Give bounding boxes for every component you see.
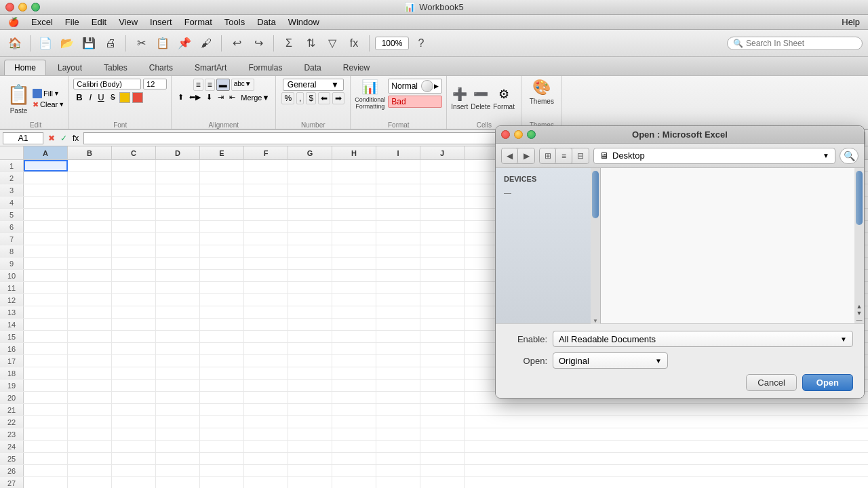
cell-F9[interactable] — [244, 258, 288, 269]
cell-I2[interactable] — [376, 172, 420, 184]
cell-B11[interactable] — [68, 282, 112, 293]
cell-H27[interactable] — [332, 477, 376, 488]
cell-C22[interactable] — [112, 416, 156, 428]
cell-D4[interactable] — [156, 197, 200, 208]
cell-D5[interactable] — [156, 209, 200, 220]
cell-E15[interactable] — [200, 331, 244, 342]
cell-D17[interactable] — [156, 355, 200, 367]
cell-J8[interactable] — [420, 245, 465, 257]
cell-E4[interactable] — [200, 197, 244, 208]
cell-I7[interactable] — [376, 233, 420, 245]
cell-J11[interactable] — [420, 282, 465, 293]
cell-A23[interactable] — [24, 428, 68, 440]
cell-E20[interactable] — [200, 392, 244, 403]
cell-I24[interactable] — [376, 441, 420, 452]
cell-G12[interactable] — [288, 294, 332, 306]
insert-rows-icon[interactable]: ➕ — [452, 87, 467, 102]
cell-C17[interactable] — [112, 355, 156, 367]
cell-A10[interactable] — [24, 270, 68, 281]
search-box[interactable]: 🔍 — [727, 37, 863, 50]
sidebar-scroll-thumb[interactable] — [592, 171, 599, 218]
cell-H17[interactable] — [332, 355, 376, 367]
cell-A24[interactable] — [24, 441, 68, 452]
cell-F16[interactable] — [244, 343, 288, 354]
table-row[interactable]: 24 — [0, 441, 868, 453]
cell-C27[interactable] — [112, 477, 156, 488]
cell-A21[interactable] — [24, 404, 68, 415]
home-btn[interactable]: 🏠 — [5, 34, 24, 53]
cell-F25[interactable] — [244, 453, 288, 464]
cell-C16[interactable] — [112, 343, 156, 354]
delete-rows-icon[interactable]: ➖ — [473, 87, 488, 102]
cell-I11[interactable] — [376, 282, 420, 293]
cell-D23[interactable] — [156, 428, 200, 440]
cell-G22[interactable] — [288, 416, 332, 428]
cell-J14[interactable] — [420, 319, 465, 330]
cell-J25[interactable] — [420, 453, 465, 464]
sidebar-device-item[interactable]: — — [496, 186, 600, 199]
cell-C19[interactable] — [112, 380, 156, 391]
cell-D15[interactable] — [156, 331, 200, 342]
cell-I15[interactable] — [376, 331, 420, 342]
font-name-dropdown[interactable]: Calibri (Body) — [73, 79, 141, 89]
indent-button[interactable]: ⇥ — [216, 92, 226, 102]
list-view-button[interactable]: ≡ — [556, 148, 572, 163]
currency-button[interactable]: $ — [306, 92, 316, 104]
forward-button[interactable]: ▶ — [518, 148, 534, 163]
cell-G8[interactable] — [288, 245, 332, 257]
cell-D18[interactable] — [156, 367, 200, 379]
increase-decimal-button[interactable]: ➡ — [332, 92, 344, 104]
cell-J27[interactable] — [420, 477, 465, 488]
cell-C3[interactable] — [112, 184, 156, 196]
cell-I16[interactable] — [376, 343, 420, 354]
cell-H25[interactable] — [332, 453, 376, 464]
menu-help[interactable]: Help — [836, 16, 865, 28]
dialog-search-button[interactable]: 🔍 — [840, 148, 859, 164]
conditional-formatting-icon[interactable]: 📊 — [361, 79, 378, 95]
cell-B9[interactable] — [68, 258, 112, 269]
cell-F21[interactable] — [244, 404, 288, 415]
cell-A19[interactable] — [24, 380, 68, 391]
col-header-J[interactable]: J — [420, 146, 465, 159]
cell-B26[interactable] — [68, 465, 112, 476]
cell-J16[interactable] — [420, 343, 465, 354]
paste-button[interactable]: 📋 — [7, 83, 31, 106]
cell-G10[interactable] — [288, 270, 332, 281]
cell-I26[interactable] — [376, 465, 420, 476]
cell-G17[interactable] — [288, 355, 332, 367]
col-header-I[interactable]: I — [376, 146, 420, 159]
undo-btn[interactable]: ↩ — [227, 34, 246, 53]
cell-G18[interactable] — [288, 367, 332, 379]
tab-smartart[interactable]: SmartArt — [184, 60, 237, 75]
cell-G11[interactable] — [288, 282, 332, 293]
cell-B18[interactable] — [68, 367, 112, 379]
cell-I6[interactable] — [376, 221, 420, 232]
main-area-scrollbar[interactable]: ▲ ▼ — — [854, 168, 864, 323]
cell-B4[interactable] — [68, 197, 112, 208]
cell-B5[interactable] — [68, 209, 112, 220]
cell-E18[interactable] — [200, 367, 244, 379]
cell-E9[interactable] — [200, 258, 244, 269]
cell-H13[interactable] — [332, 306, 376, 318]
scroll-up-arrow[interactable]: ▲ — [856, 303, 863, 310]
menu-edit[interactable]: Edit — [86, 16, 112, 28]
open-mode-dropdown[interactable]: Original ▼ — [553, 352, 668, 369]
cell-A13[interactable] — [24, 306, 68, 318]
cell-B22[interactable] — [68, 416, 112, 428]
font-color-button[interactable] — [132, 92, 143, 103]
cell-G24[interactable] — [288, 441, 332, 452]
cell-C25[interactable] — [112, 453, 156, 464]
cell-J20[interactable] — [420, 392, 465, 403]
cell-A5[interactable] — [24, 209, 68, 220]
cell-J10[interactable] — [420, 270, 465, 281]
italic-button[interactable]: I — [87, 92, 94, 103]
cell-J22[interactable] — [420, 416, 465, 428]
cell-C8[interactable] — [112, 245, 156, 257]
cell-I8[interactable] — [376, 245, 420, 257]
cell-H8[interactable] — [332, 245, 376, 257]
main-scroll-thumb[interactable] — [856, 171, 863, 225]
cell-G14[interactable] — [288, 319, 332, 330]
menu-excel[interactable]: Excel — [26, 16, 58, 28]
cell-F10[interactable] — [244, 270, 288, 281]
cell-F24[interactable] — [244, 441, 288, 452]
